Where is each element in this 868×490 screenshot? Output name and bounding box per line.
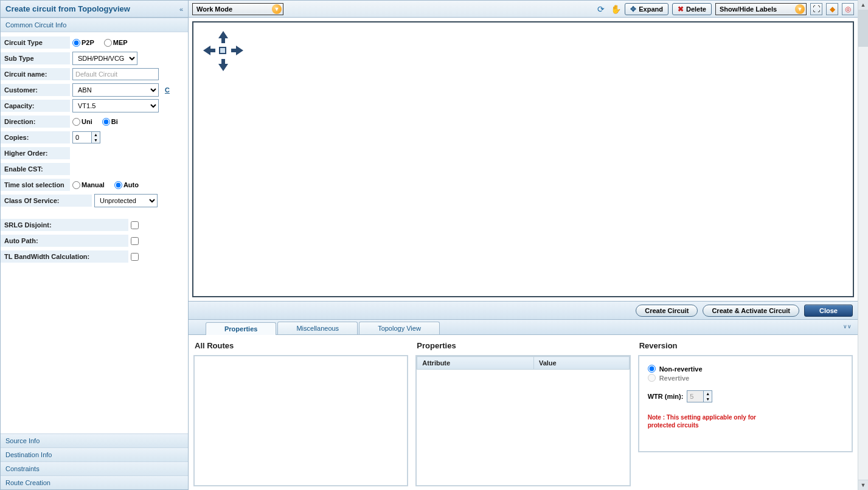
- label-capacity: Capacity:: [1, 100, 70, 112]
- label-sub-type: Sub Type: [1, 52, 70, 64]
- all-routes-listbox[interactable]: [193, 355, 408, 486]
- checkbox-auto-path[interactable]: [131, 237, 139, 245]
- scroll-track[interactable]: [858, 47, 868, 480]
- checkbox-tl-bw[interactable]: [131, 253, 139, 261]
- refresh-icon[interactable]: ⟳: [595, 4, 606, 15]
- section-destination-info[interactable]: Destination Info: [1, 447, 188, 461]
- pan-right-arrow-icon[interactable]: [231, 46, 243, 55]
- label-direction: Direction:: [1, 116, 70, 128]
- pan-left-arrow-icon[interactable]: [203, 46, 215, 55]
- label-higher-order: Higher Order:: [1, 147, 70, 159]
- label-copies: Copies:: [1, 131, 70, 143]
- alert-icon[interactable]: ◆: [826, 3, 838, 15]
- label-auto-path: Auto Path:: [1, 235, 128, 247]
- arrow-down-icon: ▼: [272, 4, 282, 14]
- close-button[interactable]: Close: [804, 305, 853, 317]
- show-hide-labels-label: Show/Hide Labels: [720, 5, 777, 13]
- pan-center-icon[interactable]: [219, 47, 226, 54]
- tab-miscellaneous[interactable]: Miscellaneous: [277, 322, 358, 334]
- radio-auto[interactable]: Auto: [114, 181, 139, 189]
- svg-marker-1: [218, 59, 228, 71]
- radio-mep[interactable]: MEP: [104, 39, 128, 47]
- label-tl-bw: TL BandWidth Calculation:: [1, 250, 128, 263]
- radio-manual-input[interactable]: [72, 181, 80, 189]
- fit-screen-icon[interactable]: ⛶: [810, 3, 822, 15]
- topology-canvas[interactable]: [192, 21, 854, 297]
- dropdown-show-hide-labels[interactable]: Show/Hide Labels ▼: [715, 3, 807, 15]
- checkbox-srlg[interactable]: [131, 221, 139, 229]
- select-cos[interactable]: Unprotected: [94, 194, 158, 207]
- window-scrollbar[interactable]: ▲ ▼: [858, 0, 868, 490]
- select-customer[interactable]: ABN: [72, 83, 159, 97]
- tab-topology-view[interactable]: Topology View: [359, 322, 440, 334]
- bottom-tab-bar: Properties Miscellaneous Topology View ∨…: [189, 319, 858, 335]
- pan-hand-icon[interactable]: ✋: [610, 4, 621, 15]
- create-activate-circuit-button[interactable]: Create & Activate Circuit: [703, 305, 799, 317]
- expand-button[interactable]: ✥Expand: [625, 3, 668, 15]
- properties-panel-content: All Routes Properties Attribute Value Re…: [189, 335, 858, 490]
- scroll-down-icon[interactable]: ▼: [858, 480, 868, 490]
- pan-up-arrow-icon[interactable]: [218, 31, 228, 43]
- wtr-label: WTR (min):: [648, 393, 684, 400]
- sidebar: Create circuit from Topologyview « Commo…: [0, 0, 189, 490]
- label-time-slot: Time slot selection: [1, 179, 70, 191]
- radio-mep-input[interactable]: [104, 39, 112, 47]
- label-cos: Class Of Service:: [1, 195, 92, 207]
- help-lifebuoy-icon[interactable]: ◎: [842, 3, 854, 15]
- svg-marker-0: [218, 31, 228, 43]
- label-enable-cst: Enable CST:: [1, 163, 70, 175]
- select-sub-type[interactable]: SDH/PDH/VCG: [72, 52, 137, 65]
- input-copies[interactable]: [72, 131, 92, 143]
- radio-non-revertive[interactable]: Non-revertive: [648, 365, 843, 373]
- sidebar-collapse-icon[interactable]: «: [179, 5, 183, 13]
- radio-bi[interactable]: Bi: [102, 118, 118, 126]
- radio-p2p[interactable]: P2P: [72, 39, 94, 47]
- section-constraints[interactable]: Constraints: [1, 461, 188, 475]
- pan-navigator[interactable]: [204, 32, 242, 70]
- create-circuit-button[interactable]: Create Circuit: [636, 305, 698, 317]
- tab-properties[interactable]: Properties: [206, 322, 276, 335]
- radio-p2p-input[interactable]: [72, 39, 80, 47]
- wtr-down-icon: ▼: [704, 396, 712, 402]
- select-capacity[interactable]: VT1.5: [72, 99, 159, 112]
- arrow-down-icon: ▼: [795, 4, 805, 14]
- all-routes-title: All Routes: [193, 339, 408, 355]
- section-route-creation[interactable]: Route Creation: [1, 475, 188, 489]
- radio-non-revertive-input[interactable]: [648, 365, 656, 373]
- label-srlg: SRLG Disjoint:: [1, 219, 128, 231]
- reversion-box: Non-revertive Revertive WTR (min): ▲▼ No…: [638, 355, 853, 452]
- tab-collapse-icon[interactable]: ∨∨: [843, 323, 852, 330]
- input-circuit-name[interactable]: [72, 68, 159, 80]
- spinner-wtr: ▲▼: [687, 390, 712, 402]
- delete-x-icon: ✖: [678, 5, 684, 13]
- pan-down-arrow-icon[interactable]: [218, 59, 228, 71]
- radio-bi-input[interactable]: [102, 118, 110, 126]
- spinner-copies[interactable]: ▲▼: [72, 131, 100, 143]
- radio-manual[interactable]: Manual: [72, 181, 105, 189]
- radio-uni[interactable]: Uni: [72, 118, 92, 126]
- delete-button[interactable]: ✖Delete: [672, 3, 712, 15]
- properties-table: Attribute Value: [417, 356, 629, 370]
- scroll-up-icon[interactable]: ▲: [858, 0, 868, 10]
- reversion-title: Reversion: [638, 339, 853, 355]
- copies-down-icon[interactable]: ▼: [92, 137, 100, 143]
- wtr-up-icon: ▲: [704, 391, 712, 396]
- radio-auto-input[interactable]: [114, 181, 122, 189]
- section-source-info[interactable]: Source Info: [1, 433, 188, 447]
- dropdown-work-mode[interactable]: Work Mode ▼: [192, 3, 283, 15]
- work-mode-label: Work Mode: [196, 5, 232, 13]
- radio-uni-input[interactable]: [72, 118, 80, 126]
- scroll-thumb[interactable]: [858, 10, 868, 47]
- customer-link[interactable]: C: [165, 86, 170, 94]
- label-circuit-type: Circuit Type: [1, 36, 70, 49]
- main-area: Work Mode ▼ ⟳ ✋ ✥Expand ✖Delete Show/Hid…: [189, 0, 858, 490]
- copies-up-icon[interactable]: ▲: [92, 132, 100, 137]
- section-common-circuit-info[interactable]: Common Circuit Info: [1, 18, 188, 32]
- expand-icon: ✥: [630, 5, 636, 13]
- radio-revertive-input[interactable]: [648, 374, 656, 382]
- sidebar-title-bar: Create circuit from Topologyview «: [1, 1, 188, 18]
- common-circuit-form: Circuit Type P2P MEP Sub Type SDH/PDH/VC…: [1, 32, 188, 433]
- action-bar: Create Circuit Create & Activate Circuit…: [189, 301, 858, 319]
- svg-marker-2: [203, 46, 215, 55]
- radio-revertive[interactable]: Revertive: [648, 374, 843, 382]
